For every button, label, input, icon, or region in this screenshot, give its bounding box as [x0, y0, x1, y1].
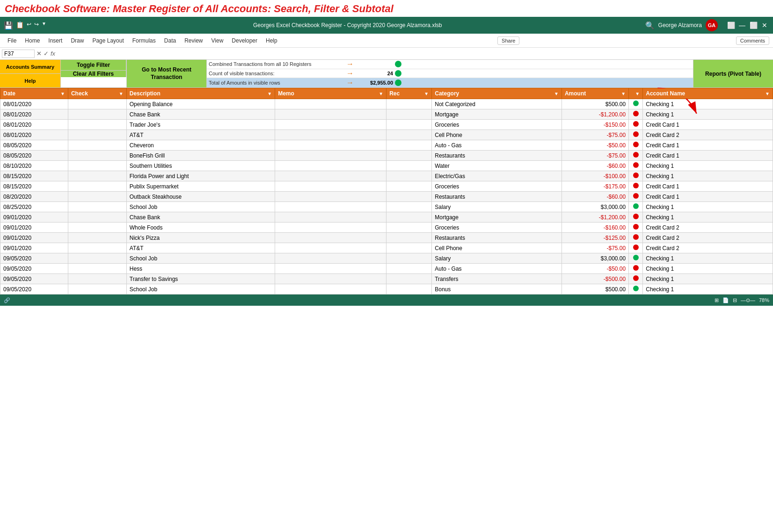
- save-icon[interactable]: 💾: [4, 21, 13, 30]
- undo-icon[interactable]: ↩: [27, 21, 31, 30]
- status-dot-3: [395, 79, 401, 86]
- menu-home[interactable]: Home: [21, 36, 44, 45]
- cell-memo: [275, 151, 386, 161]
- cell-account: Credit Card 1: [643, 151, 773, 161]
- redo-icon[interactable]: ↪: [34, 21, 39, 30]
- table-row[interactable]: 08/01/2020 AT&T Cell Phone -$75.00 Credi…: [0, 130, 773, 140]
- customize-icon[interactable]: ▼: [42, 21, 46, 30]
- cell-memo: [275, 264, 386, 274]
- share-button[interactable]: Share: [497, 36, 519, 45]
- save-as-icon[interactable]: 📋: [16, 21, 24, 30]
- arrow-icon-2: →: [346, 69, 354, 78]
- cell-category: Not Categorized: [432, 99, 562, 109]
- reports-button[interactable]: Reports (Pivot Table): [693, 60, 773, 87]
- table-row[interactable]: 09/01/2020 Nick's Pizza Restaurants -$12…: [0, 233, 773, 243]
- cell-amount: -$500.00: [562, 274, 628, 284]
- table-row[interactable]: 09/05/2020 School Job Salary $3,000.00 C…: [0, 253, 773, 264]
- col-amount: Amount ▼: [562, 88, 628, 99]
- comments-button[interactable]: Comments: [736, 36, 769, 45]
- status-dot-green: [633, 101, 639, 106]
- table-row[interactable]: 09/05/2020 School Job Bonus $500.00 Chec…: [0, 284, 773, 295]
- cell-category: Mortgage: [432, 109, 562, 120]
- table-row[interactable]: 08/10/2020 Southern Utilities Water -$60…: [0, 161, 773, 171]
- status-dot-1: [395, 61, 401, 67]
- minimize-icon[interactable]: —: [737, 21, 747, 30]
- cell-date: 09/01/2020: [0, 243, 68, 253]
- table-row[interactable]: 09/01/2020 Whole Foods Groceries -$160.0…: [0, 223, 773, 233]
- amount-filter-arrow[interactable]: ▼: [621, 91, 626, 96]
- date-filter-arrow[interactable]: ▼: [60, 91, 65, 96]
- cell-date: 09/05/2020: [0, 264, 68, 274]
- accounts-summary-button[interactable]: Accounts Summary: [0, 60, 60, 74]
- table-row[interactable]: 08/05/2020 BoneFish Grill Restaurants -$…: [0, 151, 773, 161]
- category-filter-arrow[interactable]: ▼: [554, 91, 559, 96]
- menu-file[interactable]: File: [4, 36, 20, 45]
- menu-data[interactable]: Data: [160, 36, 180, 45]
- clear-filters-button[interactable]: Clear All Filters: [61, 71, 126, 77]
- menu-review[interactable]: Review: [181, 36, 206, 45]
- zoom-slider[interactable]: —⊙—: [741, 297, 755, 303]
- status-dot-green: [633, 203, 639, 209]
- cell-description: Transfer to Savings: [126, 274, 275, 284]
- insert-function-icon[interactable]: fx: [51, 50, 55, 57]
- table-row[interactable]: 08/05/2020 Cheveron Auto - Gas -$50.00 C…: [0, 140, 773, 151]
- menu-page-layout[interactable]: Page Layout: [88, 36, 127, 45]
- cell-dot: [629, 212, 643, 223]
- cell-amount: -$125.00: [562, 233, 628, 243]
- arrow-icon-1: →: [346, 60, 354, 68]
- confirm-formula-icon[interactable]: ✓: [44, 50, 49, 57]
- status-dot-red: [633, 111, 639, 116]
- table-row[interactable]: 09/05/2020 Transfer to Savings Transfers…: [0, 274, 773, 284]
- table-row[interactable]: 08/20/2020 Outback Steakhouse Restaurant…: [0, 192, 773, 202]
- view-normal-icon[interactable]: ⊞: [715, 297, 719, 303]
- menu-view[interactable]: View: [208, 36, 227, 45]
- table-row[interactable]: 08/01/2020 Chase Bank Mortgage -$1,200.0…: [0, 109, 773, 120]
- status-dot-red: [633, 275, 639, 281]
- memo-filter-arrow[interactable]: ▼: [379, 91, 383, 96]
- status-dot-red: [633, 224, 639, 230]
- menu-draw[interactable]: Draw: [67, 36, 88, 45]
- menu-help[interactable]: Help: [262, 36, 281, 45]
- info-panel: Combined Transactions from all 10 Regist…: [207, 60, 693, 87]
- table-row[interactable]: 08/01/2020 Opening Balance Not Categoriz…: [0, 99, 773, 109]
- cancel-formula-icon[interactable]: ✕: [36, 50, 42, 57]
- ribbon-toggle-icon[interactable]: ⬜: [726, 21, 736, 30]
- toggle-filter-button[interactable]: Toggle Filter: [61, 60, 126, 71]
- controls-row: Accounts Summary Help Toggle Filter Clea…: [0, 60, 773, 88]
- cell-memo: [275, 99, 386, 109]
- cell-reference-input[interactable]: [2, 50, 35, 58]
- formula-bar: ✕ ✓ fx: [0, 48, 773, 60]
- table-row[interactable]: 09/01/2020 Chase Bank Mortgage -$1,200.0…: [0, 212, 773, 223]
- rec-filter-arrow[interactable]: ▼: [424, 91, 429, 96]
- status-dot-red: [633, 193, 639, 199]
- table-row[interactable]: 09/01/2020 AT&T Cell Phone -$75.00 Credi…: [0, 243, 773, 253]
- view-page-layout-icon[interactable]: 📄: [722, 297, 729, 303]
- cell-memo: [275, 130, 386, 140]
- cell-category: Salary: [432, 202, 562, 212]
- menu-formulas[interactable]: Formulas: [129, 36, 160, 45]
- close-icon[interactable]: ✕: [760, 21, 769, 30]
- table-row[interactable]: 08/25/2020 School Job Salary $3,000.00 C…: [0, 202, 773, 212]
- table-row[interactable]: 08/15/2020 Florida Power and Light Elect…: [0, 171, 773, 181]
- search-icon[interactable]: 🔍: [645, 21, 655, 30]
- view-page-break-icon[interactable]: ⊟: [733, 297, 737, 303]
- formula-input[interactable]: [57, 50, 771, 57]
- menu-developer[interactable]: Developer: [228, 36, 261, 45]
- check-filter-arrow[interactable]: ▼: [119, 91, 124, 96]
- table-row[interactable]: 08/01/2020 Trader Joe's Groceries -$150.…: [0, 120, 773, 130]
- cell-check: [68, 181, 126, 192]
- restore-icon[interactable]: ⬜: [749, 21, 758, 30]
- col-date: Date ▼: [0, 88, 68, 99]
- cell-check: [68, 161, 126, 171]
- menu-insert[interactable]: Insert: [44, 36, 66, 45]
- dot-filter-arrow[interactable]: ▼: [635, 91, 640, 96]
- cell-amount: $500.00: [562, 284, 628, 295]
- table-row[interactable]: 09/05/2020 Hess Auto - Gas -$50.00 Check…: [0, 264, 773, 274]
- cell-memo: [275, 253, 386, 264]
- help-button[interactable]: Help: [0, 74, 60, 87]
- cell-memo: [275, 202, 386, 212]
- table-row[interactable]: 08/15/2020 Publix Supermarket Groceries …: [0, 181, 773, 192]
- description-filter-arrow[interactable]: ▼: [267, 91, 272, 96]
- account-filter-arrow[interactable]: ▼: [765, 91, 770, 96]
- go-to-recent-button[interactable]: Go to Most Recent Transaction: [127, 60, 206, 87]
